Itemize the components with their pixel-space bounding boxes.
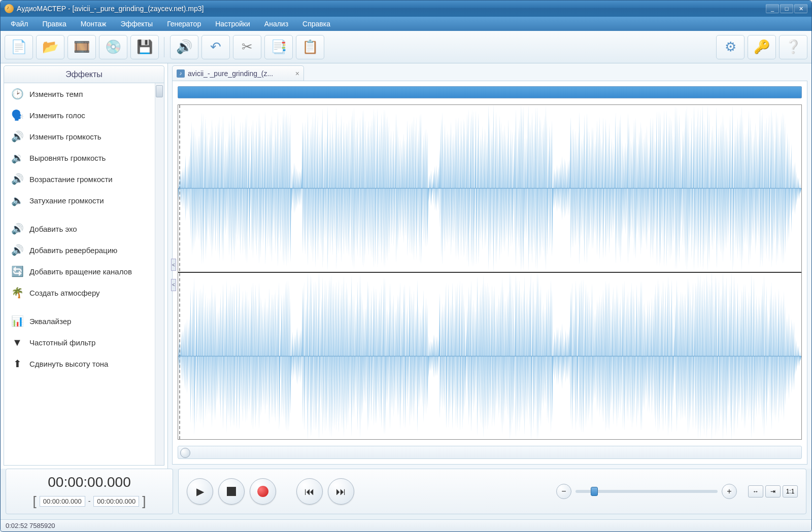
menu-settings[interactable]: Настройки — [208, 18, 257, 30]
filter-icon: ▼ — [11, 336, 23, 348]
new-file-icon: 📄 — [11, 39, 27, 55]
menu-help[interactable]: Справка — [295, 18, 337, 30]
fadeout-icon: 🔈 — [11, 194, 23, 206]
effect-item-echo[interactable]: 🔊Добавить эхо — [4, 218, 154, 239]
splitter-collapse-bottom[interactable]: < — [171, 279, 176, 291]
license-button[interactable]: 🔑 — [748, 35, 776, 59]
tab-close-button[interactable]: × — [295, 69, 299, 78]
fit-buttons: ↔ ⇥ 1:1 — [748, 485, 798, 498]
app-window: АудиоМАСТЕР - [avicii_-_pure_grinding_(z… — [0, 0, 812, 532]
horizontal-scrollbar[interactable] — [178, 446, 802, 459]
selection-end[interactable]: 00:00:00.000 — [93, 496, 139, 507]
window-controls: _ □ ✕ — [766, 4, 807, 13]
effect-item-clock[interactable]: 🕑Изменить темп — [4, 83, 154, 104]
effect-label: Создать атмосферу — [29, 289, 100, 297]
fit-width-button[interactable]: ↔ — [748, 485, 763, 498]
menu-effects[interactable]: Эффекты — [113, 18, 160, 30]
effect-item-atmos[interactable]: 🌴Создать атмосферу — [4, 282, 154, 303]
zoom-control: − + — [556, 484, 737, 499]
apply-effect-button[interactable]: 🔊 — [170, 35, 198, 59]
effect-label: Изменить голос — [29, 111, 85, 120]
effect-item-reverb[interactable]: 🔊Добавить реверберацию — [4, 239, 154, 261]
zoom-out-button[interactable]: − — [556, 484, 571, 499]
settings-button[interactable]: ⚙ — [716, 35, 745, 59]
sidebar-scrollbar[interactable] — [155, 83, 164, 465]
menu-edit[interactable]: Правка — [35, 18, 73, 30]
effect-item-eq[interactable]: 📊Эквалайзер — [4, 310, 154, 332]
time-panel: 00:00:00.000 [ 00:00:00.000 - 00:00:00.0… — [6, 469, 173, 514]
splitter-collapse-top[interactable]: < — [171, 259, 176, 271]
zoom-slider[interactable] — [576, 490, 718, 493]
cut-button[interactable]: ✂ — [233, 35, 261, 59]
menu-montage[interactable]: Монтаж — [74, 18, 114, 30]
effect-item-volume[interactable]: 🔊Изменить громкость — [4, 126, 154, 147]
selection-start[interactable]: 00:00:00.000 — [40, 496, 85, 507]
undo-button[interactable]: ↶ — [201, 35, 230, 59]
editor-column: ♪ avicii_-_pure_grinding_(z... × < < — [168, 63, 811, 469]
effect-item-voice[interactable]: 🗣️Изменить голос — [4, 104, 154, 126]
effect-label: Частотный фильтр — [29, 338, 95, 347]
zoom-thumb[interactable] — [591, 487, 598, 496]
new-file-button[interactable]: 📄 — [5, 35, 33, 59]
close-button[interactable]: ✕ — [794, 4, 807, 13]
selection-range: [ 00:00:00.000 - 00:00:00.000 ] — [33, 493, 146, 509]
gear-icon: ⚙ — [725, 39, 736, 55]
effect-item-fadeout[interactable]: 🔈Затухание громкости — [4, 190, 154, 211]
current-time: 00:00:00.000 — [48, 474, 131, 490]
minimize-button[interactable]: _ — [766, 4, 779, 13]
bracket-right: ] — [142, 493, 146, 509]
zoom-1to1-button[interactable]: 1:1 — [783, 485, 798, 498]
effect-label: Выровнять громкость — [29, 154, 106, 162]
effect-label: Изменить громкость — [29, 132, 101, 141]
effect-label: Изменить темп — [29, 90, 83, 98]
play-icon: ▶ — [196, 485, 204, 498]
plus-icon: + — [727, 487, 731, 496]
menubar: Файл Правка Монтаж Эффекты Генератор Нас… — [1, 17, 811, 31]
volume-icon: 🔊 — [11, 130, 23, 143]
skip-start-button[interactable]: ⏮ — [296, 478, 323, 505]
stop-button[interactable] — [218, 478, 245, 505]
effect-item-fadein[interactable]: 🔊Возрастание громкости — [4, 168, 154, 190]
film-icon: 🎞️ — [74, 39, 90, 55]
open-file-button[interactable]: 📂 — [36, 35, 64, 59]
waveform-overview[interactable] — [178, 86, 802, 98]
effect-label: Эквалайзер — [29, 317, 71, 326]
save-button[interactable]: 💾 — [130, 35, 159, 59]
effect-item-rotate[interactable]: 🔄Добавить вращение каналов — [4, 261, 154, 282]
menu-analysis[interactable]: Анализ — [257, 18, 295, 30]
fit-selection-button[interactable]: ⇥ — [765, 485, 781, 498]
waveform-channel-right — [178, 272, 801, 440]
effects-sidebar: Эффекты 🕑Изменить темп🗣️Изменить голос🔊И… — [1, 63, 168, 469]
import-cd-button[interactable]: 💿 — [99, 35, 127, 59]
waveform-area[interactable]: < < — [178, 104, 802, 440]
maximize-button[interactable]: □ — [780, 4, 793, 13]
effect-item-pitch[interactable]: ⬆Сдвинуть высоту тона — [4, 353, 154, 374]
scroll-thumb[interactable] — [156, 85, 163, 97]
zoom-in-button[interactable]: + — [722, 484, 737, 499]
record-button[interactable] — [250, 478, 276, 505]
effect-label: Затухание громкости — [29, 196, 104, 205]
effect-item-normalize[interactable]: 🔉Выровнять громкость — [4, 147, 154, 168]
skip-end-button[interactable]: ⏭ — [328, 478, 354, 505]
voice-icon: 🗣️ — [11, 109, 23, 121]
menu-file[interactable]: Файл — [4, 18, 35, 30]
stop-icon — [227, 487, 236, 496]
copy-button[interactable]: 📑 — [264, 35, 293, 59]
play-button[interactable]: ▶ — [187, 478, 213, 505]
effect-label: Добавить вращение каналов — [29, 267, 132, 276]
import-video-button[interactable]: 🎞️ — [67, 35, 96, 59]
paste-button[interactable]: 📋 — [296, 35, 324, 59]
effects-list: 🕑Изменить темп🗣️Изменить голос🔊Изменить … — [4, 83, 164, 466]
menu-generator[interactable]: Генератор — [160, 18, 208, 30]
toolbar: 📄 📂 🎞️ 💿 💾 🔊 ↶ ✂ 📑 📋 ⚙ 🔑 ❔ — [1, 31, 811, 63]
echo-icon: 🔊 — [11, 223, 23, 235]
editor-panel: < < — [172, 81, 807, 465]
bottom-panels: 00:00:00.000 [ 00:00:00.000 - 00:00:00.0… — [1, 469, 811, 519]
help-button[interactable]: ❔ — [779, 35, 807, 59]
fadein-icon: 🔊 — [11, 173, 23, 185]
hscroll-thumb[interactable] — [180, 448, 190, 458]
file-tab[interactable]: ♪ avicii_-_pure_grinding_(z... × — [172, 65, 304, 81]
effect-item-filter[interactable]: ▼Частотный фильтр — [4, 332, 154, 353]
effect-label: Добавить эхо — [29, 225, 77, 233]
rotate-icon: 🔄 — [11, 265, 23, 277]
